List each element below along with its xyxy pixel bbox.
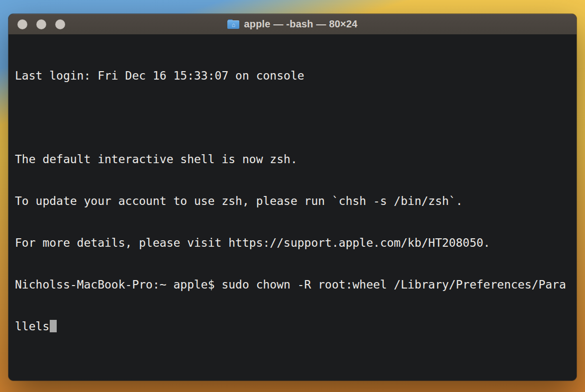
terminal-line: Nicholss-MacBook-Pro:~ apple$ sudo chown… (15, 278, 570, 292)
desktop-wallpaper: ⌂ apple — -bash — 80×24 Last login: Fri … (0, 0, 585, 392)
terminal-cursor (50, 320, 57, 332)
home-folder-icon: ⌂ (227, 19, 239, 29)
traffic-lights (17, 14, 65, 34)
terminal-content[interactable]: Last login: Fri Dec 16 15:33:07 on conso… (8, 34, 577, 381)
terminal-line: llels (15, 319, 570, 333)
terminal-line: Last login: Fri Dec 16 15:33:07 on conso… (15, 69, 570, 83)
zoom-button[interactable] (55, 19, 65, 29)
window-title: apple — -bash — 80×24 (244, 18, 357, 30)
terminal-line: For more details, please visit https://s… (15, 236, 570, 250)
terminal-line (15, 110, 570, 124)
minimize-button[interactable] (36, 19, 46, 29)
close-button[interactable] (17, 19, 27, 29)
terminal-line: The default interactive shell is now zsh… (15, 152, 570, 166)
terminal-window: ⌂ apple — -bash — 80×24 Last login: Fri … (8, 14, 577, 381)
terminal-line-text: llels (15, 320, 49, 333)
titlebar[interactable]: ⌂ apple — -bash — 80×24 (8, 14, 577, 34)
terminal-line: To update your account to use zsh, pleas… (15, 194, 570, 208)
window-title-area: ⌂ apple — -bash — 80×24 (227, 18, 357, 30)
home-glyph: ⌂ (227, 21, 239, 29)
